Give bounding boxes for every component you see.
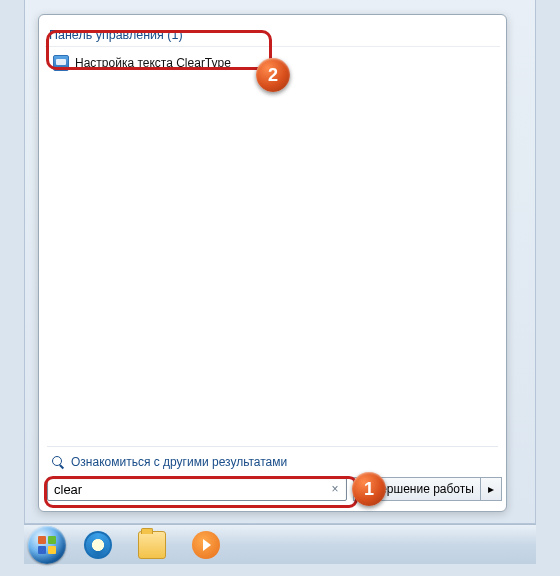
start-menu-bottom: Ознакомиться с другими результатами × За… [39, 447, 506, 511]
media-player-icon [192, 531, 220, 559]
monitor-icon [53, 55, 69, 71]
search-row: × Завершение работы ▸ [47, 477, 498, 501]
taskbar-item-media-player[interactable] [180, 527, 232, 563]
clear-search-icon[interactable]: × [328, 482, 342, 496]
taskbar-item-explorer[interactable] [126, 527, 178, 563]
more-results-link[interactable]: Ознакомиться с другими результатами [47, 455, 498, 469]
taskbar [24, 524, 536, 564]
annotation-badge-2: 2 [256, 58, 290, 92]
category-label: Панель управления [49, 28, 164, 42]
windows-logo-icon [38, 536, 46, 544]
category-header: Панель управления (1) [45, 25, 500, 47]
file-explorer-icon [138, 531, 166, 559]
search-icon [51, 455, 65, 469]
search-input[interactable] [54, 479, 328, 499]
shutdown-options-button[interactable]: ▸ [480, 477, 502, 501]
annotation-badge-1: 1 [352, 472, 386, 506]
more-results-label: Ознакомиться с другими результатами [71, 455, 287, 469]
internet-explorer-icon [84, 531, 112, 559]
taskbar-item-ie[interactable] [72, 527, 124, 563]
search-box[interactable]: × [47, 477, 347, 501]
result-label: Настройка текста ClearType [75, 56, 231, 70]
start-button[interactable] [28, 526, 66, 564]
category-count: 1 [171, 28, 178, 42]
